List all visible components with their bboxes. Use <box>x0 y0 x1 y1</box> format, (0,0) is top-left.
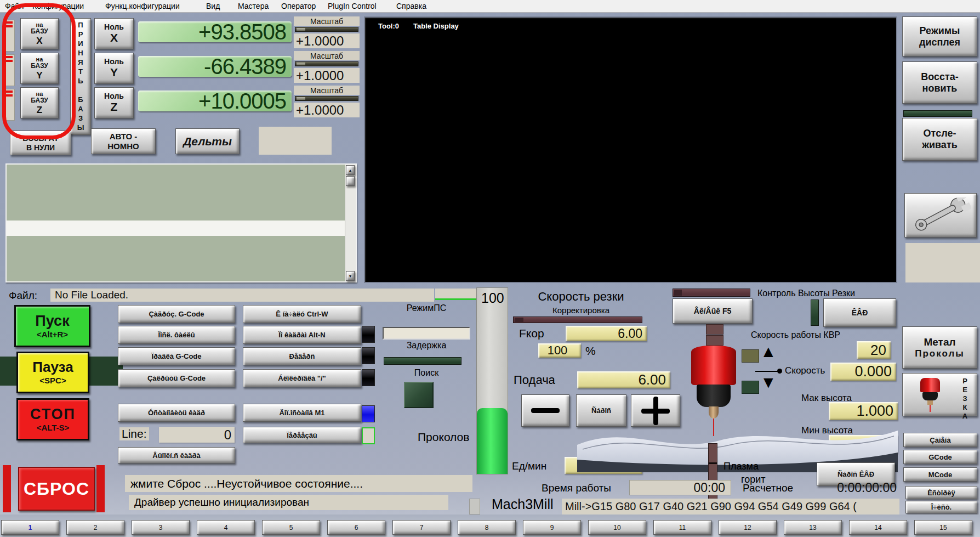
history-button[interactable]: Èñòîðèÿ <box>905 486 977 499</box>
block-delete-button[interactable]: Áëîêèðîâêà "/" <box>243 369 361 387</box>
scale-y-value[interactable]: +1.0000 <box>294 68 360 83</box>
start-button[interactable]: Пуск<Alt+R> <box>14 305 90 347</box>
tab-15[interactable]: 15 <box>914 520 972 535</box>
track-button[interactable]: Отсле-живать <box>902 118 977 161</box>
menu-plugin-control[interactable]: PlugIn Control <box>328 2 377 10</box>
tab-8[interactable]: 8 <box>458 520 516 535</box>
scale-y-slider[interactable] <box>295 61 358 66</box>
line-number-field[interactable]: 0 <box>159 427 235 443</box>
menu-func-config[interactable]: Функц.конфигурации <box>105 2 180 10</box>
scroll-thumb[interactable] <box>346 176 355 186</box>
dro-x-value[interactable]: +93.8508 <box>138 21 292 42</box>
scale-z-value[interactable]: +1.0000 <box>294 103 360 117</box>
autonomous-button[interactable]: АВТО -НОМНО <box>91 128 156 154</box>
gcode-list[interactable]: ▲ ▼ <box>5 163 357 282</box>
scale-x-slider[interactable] <box>295 27 358 32</box>
zero-x-button[interactable]: НольX <box>94 18 134 49</box>
ref-x-button[interactable]: наБАЗУX <box>20 18 59 49</box>
feed-value-field[interactable]: 6.00 <box>577 371 670 388</box>
mcode-button[interactable]: MCode <box>903 467 977 482</box>
scale-x-value[interactable]: +1.0000 <box>294 33 360 48</box>
run-from-here-button[interactable]: Âûïîëí.ñ êàäðà <box>118 447 235 463</box>
kvr-button[interactable]: ÊÂÐ <box>823 298 896 327</box>
thc-up-arrow-icon[interactable]: ▲ <box>760 343 777 360</box>
pause-button[interactable]: Пауза<SPC> <box>16 352 89 393</box>
scroll-up-button[interactable]: ▲ <box>346 165 355 175</box>
tab-7[interactable]: 7 <box>392 520 451 535</box>
goto-zeros-button[interactable]: ВОЗВРАТВ НУЛИ <box>10 131 71 155</box>
tab-6[interactable]: 6 <box>327 520 385 535</box>
clear-button[interactable]: Î÷èñò. <box>905 501 977 513</box>
scale-z-slider[interactable] <box>295 96 358 101</box>
tab-4[interactable]: 4 <box>197 520 255 535</box>
zero-z-button[interactable]: НольZ <box>94 87 134 118</box>
tab-2[interactable]: 2 <box>66 520 124 535</box>
deltas-button[interactable]: Дельты <box>175 128 240 154</box>
dro-y-value[interactable]: -66.4389 <box>138 56 292 77</box>
gcode-list-selected-row[interactable] <box>7 221 345 236</box>
metal-pierces-button[interactable]: МеталПроколы <box>902 326 977 369</box>
rewind-button[interactable]: Ê íà÷àëó Ctrl-W <box>243 305 361 323</box>
set-next-line-button[interactable]: Óñòàíîâèòü êàäð <box>118 404 235 422</box>
search-label: Поиск <box>378 368 475 378</box>
feed-override-value: 100 <box>481 290 504 306</box>
scroll-down-button[interactable]: ▼ <box>346 271 355 281</box>
accept-bases-button[interactable]: ПРИНЯТЬ БАЗЫ <box>70 18 91 135</box>
delay-input[interactable] <box>383 327 470 340</box>
stop-button[interactable]: СТОП<ALT-S> <box>16 398 89 440</box>
menu-file[interactable]: Файл <box>5 2 24 10</box>
tab-3[interactable]: 3 <box>132 520 190 535</box>
tab-10[interactable]: 10 <box>588 520 646 535</box>
tab-11[interactable]: 11 <box>653 520 711 535</box>
toolpath-display[interactable]: Tool:0 Table Display <box>364 16 897 283</box>
percent-value-field[interactable]: 100 <box>538 343 581 358</box>
menu-config[interactable]: Конфигурации <box>32 2 84 10</box>
rapids-led <box>362 427 375 444</box>
tab-1[interactable]: 1 <box>1 520 59 535</box>
feed-override-slider[interactable]: 100 <box>476 287 508 474</box>
app-name: Mach3Mill <box>492 496 554 512</box>
tab-9[interactable]: 9 <box>523 520 581 535</box>
replace-button[interactable]: Çàìåíà <box>903 433 977 447</box>
kvr-value2-field[interactable]: 0.000 <box>830 363 896 381</box>
tab-12[interactable]: 12 <box>719 520 777 535</box>
reset-button[interactable]: СБРОС <box>18 467 95 511</box>
tab-13[interactable]: 13 <box>784 520 842 535</box>
menu-operator[interactable]: Оператор <box>281 2 316 10</box>
tab-14[interactable]: 14 <box>849 520 907 535</box>
ref-led-y-mark2 <box>5 60 13 62</box>
menu-view[interactable]: Вид <box>206 2 220 10</box>
reverse-button[interactable]: Ðåâåðñ <box>243 347 361 365</box>
thc-onoff-button[interactable]: Âê/Âûê F5 <box>673 298 753 324</box>
rapids-button[interactable]: Ïåðååçäû <box>243 427 361 443</box>
menu-help[interactable]: Справка <box>396 2 426 10</box>
display-modes-button[interactable]: Режимыдисплея <box>902 16 977 56</box>
modal-gcodes-field: Mill->G15 G80 G17 G40 G21 G90 G94 G54 G4… <box>562 499 899 515</box>
tab-5[interactable]: 5 <box>262 520 320 535</box>
scale-y-label: Масштаб <box>294 51 360 60</box>
ref-y-button[interactable]: наБАЗУY <box>20 53 59 84</box>
close-gcode-button[interactable]: Çàêðûòü G-Code <box>118 369 235 387</box>
gcode-button[interactable]: GCode <box>903 450 977 464</box>
single-block-button[interactable]: Ïî êàäðàì Alt-N <box>243 326 361 344</box>
thc-down-led <box>742 381 759 394</box>
load-gcode-button[interactable]: Çàãðóç. G-Code <box>118 305 235 323</box>
dro-z-value[interactable]: +10.0005 <box>138 91 292 111</box>
menu-wizards[interactable]: Мастера <box>238 2 269 10</box>
cut-button[interactable]: РЕЗКА <box>902 373 977 416</box>
restore-button[interactable]: Восста-новить <box>902 61 977 104</box>
ref-led-x <box>4 20 15 52</box>
correction-bar[interactable] <box>513 316 642 323</box>
edit-gcode-button[interactable]: Ïðàâêà G-Code <box>118 347 235 365</box>
gcode-list-scrollbar[interactable]: ▲ ▼ <box>345 165 356 281</box>
zero-y-button[interactable]: НольY <box>94 53 134 84</box>
ref-z-button[interactable]: наБАЗУZ <box>20 87 59 118</box>
settings-wrench-button[interactable] <box>904 193 977 238</box>
feed-minus-button[interactable] <box>521 394 569 427</box>
recent-files-button[interactable]: Ïîñë. ôàéëû <box>118 326 235 344</box>
optional-stop-button[interactable]: Äîï.îñòàíîâ M1 <box>243 404 361 422</box>
delay-label: Задержка <box>378 341 475 351</box>
kvr-speed-field[interactable]: 20 <box>857 341 891 359</box>
fkor-value-field[interactable]: 6.00 <box>566 326 647 341</box>
thc-down-arrow-icon[interactable]: ▼ <box>760 374 777 391</box>
